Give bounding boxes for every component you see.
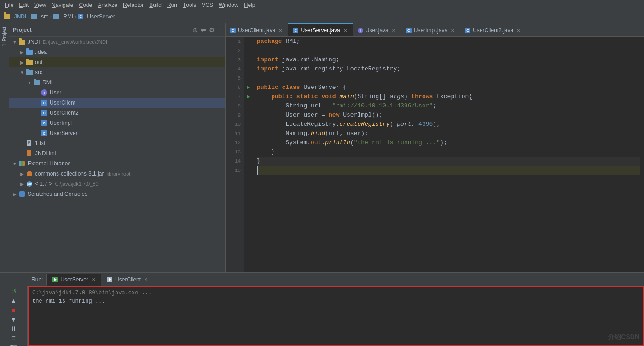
project-tree: ▼ JNDI D:\java_env\Workplace\JNDI ▶ .ide… [9, 37, 225, 272]
code-content[interactable]: package RMI; import java.rmi.Naming; imp… [253, 37, 644, 272]
tree-arrow-jdk[interactable]: ▶ [18, 182, 26, 187]
line-num-11: 11 [228, 129, 241, 138]
sidebar-settings-icon[interactable]: ⊕ [192, 26, 198, 34]
project-panel: Project ⊕ ⇌ ⚙ − ▼ JNDI D:\java_env\Workp… [9, 23, 226, 272]
tree-arrow-commons[interactable]: ▶ [18, 171, 26, 176]
tree-item-user[interactable]: I User [9, 88, 225, 98]
scroll-up-button[interactable]: ▲ [8, 297, 19, 305]
iml-file-icon [26, 150, 33, 157]
tab-userclient2[interactable]: C UserClient2.java ✕ [460, 23, 526, 36]
sidebar-equalize-icon[interactable]: ⇌ [201, 26, 206, 34]
tree-item-commons[interactable]: ▶ commons-collections-3.1.jar library ro… [9, 169, 225, 179]
tree-item-scratches[interactable]: ▶ Scratches and Consoles [9, 189, 225, 199]
tab-userimpl-close[interactable]: ✕ [450, 28, 455, 34]
tree-item-iml[interactable]: JNDI.iml [9, 148, 225, 158]
breadcrumb-sep-3: › [75, 13, 76, 20]
menu-edit[interactable]: Edit [16, 0, 31, 10]
tree-item-userimpl[interactable]: C UserImpl [9, 118, 225, 128]
userclient2-class-icon: C [41, 109, 48, 117]
tree-arrow-out[interactable]: ▶ [18, 60, 26, 65]
breadcrumb-src[interactable]: src [31, 13, 48, 20]
tab-userclient-close[interactable]: ✕ [278, 28, 283, 34]
breadcrumb-userserver[interactable]: C UserServer [78, 13, 115, 20]
tree-item-idea[interactable]: ▶ .idea [9, 47, 225, 57]
project-side-tab[interactable]: 1: Project [1, 23, 8, 50]
gutter-8 [244, 101, 253, 111]
menu-analyze[interactable]: Analyze [95, 0, 120, 10]
scratches-icon [18, 190, 26, 198]
bottom-tab-userclient[interactable]: UserClient ✕ [101, 274, 154, 286]
tab-userserver[interactable]: C UserServer.java ✕ [288, 23, 353, 36]
tree-item-txt[interactable]: 1.txt [9, 138, 225, 148]
menu-refactor[interactable]: Refactor [120, 0, 146, 10]
menu-code[interactable]: Code [76, 0, 95, 10]
tree-item-userserver[interactable]: C UserServer [9, 128, 225, 138]
menu-window[interactable]: Window [216, 0, 241, 10]
tree-item-extlibs[interactable]: ▼ External Libraries [9, 158, 225, 169]
code-line-5 [257, 74, 640, 83]
screenshot-button[interactable]: 📷 [8, 343, 19, 346]
jndi-folder-icon [18, 38, 26, 46]
pause-button[interactable]: ⏸ [8, 325, 19, 332]
menu-view[interactable]: View [31, 0, 49, 10]
tree-item-rmi[interactable]: ▼ RMI [9, 77, 225, 88]
sidebar-minimize-icon[interactable]: − [218, 26, 221, 34]
menu-tools[interactable]: Tools [180, 0, 199, 10]
idea-folder-icon [26, 48, 33, 56]
tab-userimpl[interactable]: C UserImpl.java ✕ [401, 23, 460, 36]
tree-arrow-idea[interactable]: ▶ [18, 50, 26, 55]
menu-navigate[interactable]: Navigate [49, 0, 76, 10]
tab-user[interactable]: I User.java ✕ [353, 23, 401, 36]
rerun-button[interactable]: ↺ [8, 288, 19, 295]
stop-button[interactable]: ■ [8, 306, 19, 314]
menu-build[interactable]: Build [146, 0, 164, 10]
code-line-3: import java.rmi.Naming; [257, 55, 640, 65]
tree-item-jndi[interactable]: ▼ JNDI D:\java_env\Workplace\JNDI [9, 37, 225, 47]
scroll-down-button[interactable]: ▼ [8, 316, 19, 323]
rmi-label: RMI [42, 79, 52, 86]
bottom-tab-userserver-label: UserServer [60, 276, 88, 283]
bottom-tab-userserver-close[interactable]: ✕ [91, 276, 96, 282]
menu-help[interactable]: Help [241, 0, 258, 10]
tree-item-userclient[interactable]: C UserClient [9, 98, 225, 108]
tree-arrow-src[interactable]: ▼ [18, 70, 26, 75]
bottom-tab-userserver[interactable]: UserServer ✕ [46, 274, 101, 286]
extlibs-icon [18, 160, 26, 167]
editor-tab-bar: C UserClient.java ✕ C UserServer.java ✕ … [226, 23, 644, 37]
extlibs-label: External Libraries [28, 160, 70, 167]
tab-userserver-close[interactable]: ✕ [342, 28, 348, 34]
menu-file[interactable]: File [2, 0, 16, 10]
tree-item-out[interactable]: ▶ out [9, 57, 225, 67]
bottom-sidebar: ↺ ▲ ■ ▼ ⏸ ≡ 📷 ⊞ [0, 286, 28, 346]
menu-run[interactable]: Run [164, 0, 180, 10]
tree-arrow-jndi[interactable]: ▼ [11, 40, 18, 45]
menu-vcs[interactable]: VCS [199, 0, 216, 10]
src-label: src [35, 69, 42, 76]
tree-item-jdk[interactable]: ▶ jdk < 1.7 > C:\java\jdk1.7.0_80 [9, 179, 225, 189]
user-interface-icon: I [41, 89, 48, 96]
bottom-tab-userclient-close[interactable]: ✕ [143, 276, 149, 282]
tree-arrow-extlibs[interactable]: ▼ [11, 161, 18, 166]
tab-userclient[interactable]: C UserClient.java ✕ [226, 23, 288, 36]
sidebar-gear-icon[interactable]: ⚙ [209, 26, 215, 34]
run-arrow-7[interactable]: ▶ [247, 92, 250, 101]
run-arrow-6[interactable]: ▶ [247, 83, 250, 92]
tree-arrow-rmi[interactable]: ▼ [26, 80, 33, 85]
tree-item-src[interactable]: ▼ src [9, 67, 225, 77]
tree-item-userclient2[interactable]: C UserClient2 [9, 108, 225, 118]
tab-user-close[interactable]: ✕ [391, 28, 396, 34]
out-folder-icon [26, 59, 33, 66]
commons-sublabel: library root [106, 171, 130, 176]
userclient-class-icon: C [41, 99, 48, 106]
console-line-1: C:\java\jdk1.7.0_80\bin\java.exe ... [32, 289, 639, 297]
rmi-folder-icon [33, 79, 41, 86]
line-num-14: 14 [228, 157, 241, 166]
code-line-15 [257, 166, 640, 175]
filter-button[interactable]: ≡ [8, 334, 19, 341]
breadcrumb-jndi[interactable]: JNDI [4, 13, 26, 20]
tree-arrow-scratches[interactable]: ▶ [11, 192, 18, 197]
breadcrumb-rmi[interactable]: RMI [53, 13, 73, 20]
code-editor[interactable]: 1 2 3 4 5 6 7 8 9 10 11 12 13 14 15 [226, 37, 644, 272]
tab-userclient2-close[interactable]: ✕ [516, 28, 521, 34]
line-num-12: 12 [228, 138, 241, 147]
